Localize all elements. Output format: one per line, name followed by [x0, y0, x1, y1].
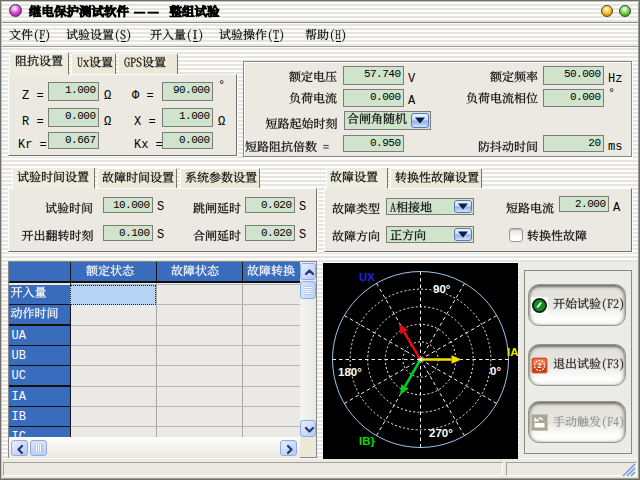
- svg-text:0°: 0°: [490, 365, 501, 377]
- svg-text:270°: 270°: [429, 427, 453, 439]
- svg-text:2: 2: [537, 361, 541, 370]
- svg-text:IA: IA: [507, 346, 518, 358]
- svg-text:180°: 180°: [338, 366, 362, 378]
- svg-text:UX: UX: [359, 271, 375, 283]
- svg-text:IB}: IB}: [359, 435, 376, 447]
- svg-text:90°: 90°: [433, 283, 451, 295]
